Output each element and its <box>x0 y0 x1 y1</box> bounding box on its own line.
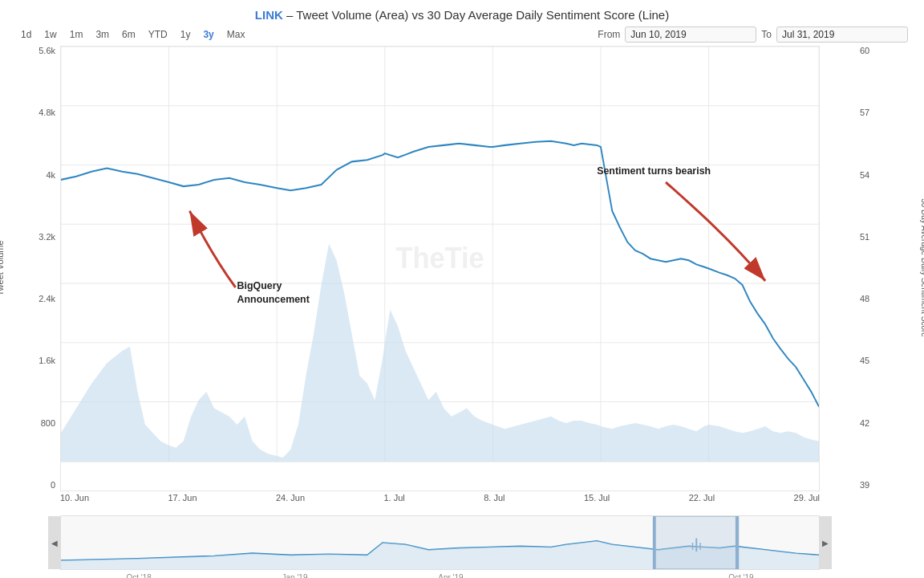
y-axis-left-title-container: Tweet Volume <box>0 46 12 490</box>
area-fill <box>61 244 819 462</box>
btn-ytd[interactable]: YTD <box>144 27 172 42</box>
chart-title: LINK – Tweet Volume (Area) vs 30 Day Ave… <box>16 8 908 22</box>
navigator-area: ◀ ▶ Oct '18 Jan '19 <box>60 515 820 570</box>
to-label: To <box>761 29 772 40</box>
from-label: From <box>598 29 620 40</box>
btn-1y[interactable]: 1y <box>176 27 196 42</box>
nav-scroll-right[interactable]: ▶ <box>819 516 832 569</box>
y-axis-right-title-container: 30 Day Average Daily Sentiment Score <box>912 46 924 490</box>
controls-row: 1d 1w 1m 3m 6m YTD 1y 3y Max From To <box>16 26 908 43</box>
nav-handle-right[interactable] <box>736 516 739 569</box>
to-date-input[interactable] <box>776 26 908 43</box>
nav-scroll-left[interactable]: ◀ <box>48 516 61 569</box>
x-axis-labels: 10. Jun 17. Jun 24. Jun 1. Jul 8. Jul 15… <box>60 493 820 503</box>
btn-1w[interactable]: 1w <box>39 27 61 42</box>
nav-handle-left[interactable] <box>653 516 656 569</box>
from-date-input[interactable] <box>625 26 756 43</box>
annotation-bearish-text: Sentiment turns bearish <box>597 164 711 177</box>
main-chart-wrapper: 5.6k 4.8k 4k 3.2k 2.4k 1.6k 800 0 Tweet … <box>60 46 820 514</box>
time-buttons: 1d 1w 1m 3m 6m YTD 1y 3y Max <box>16 27 249 42</box>
chart-container: 5.6k 4.8k 4k 3.2k 2.4k 1.6k 800 0 Tweet … <box>16 46 908 570</box>
btn-1d[interactable]: 1d <box>16 27 36 42</box>
main-chart-svg: TheTie Sentiment turns bearish BigQuery … <box>60 46 820 491</box>
navigator-svg <box>61 516 819 569</box>
nav-x-labels: Oct '18 Jan '19 Apr '19 x Oct '19 <box>61 573 819 578</box>
y-axis-right: 60 57 54 51 48 45 42 39 <box>860 46 892 490</box>
ticker-link[interactable]: LINK <box>255 8 283 22</box>
date-range: From To <box>598 26 908 43</box>
annotation-bigquery-text2: Announcement <box>237 293 310 306</box>
y-axis-right-title: 30 Day Average Daily Sentiment Score <box>920 198 925 337</box>
btn-3m[interactable]: 3m <box>91 27 114 42</box>
annotation-bigquery-arrow <box>189 211 235 287</box>
btn-3y[interactable]: 3y <box>198 27 218 42</box>
annotation-bearish-arrow <box>666 182 765 281</box>
y-axis-left-title: Tweet Volume <box>0 240 5 295</box>
annotation-bigquery-text1: BigQuery <box>237 279 283 292</box>
btn-max[interactable]: Max <box>222 27 250 42</box>
btn-6m[interactable]: 6m <box>117 27 140 42</box>
watermark-text: TheTie <box>395 242 484 275</box>
y-axis-left: 5.6k 4.8k 4k 3.2k 2.4k 1.6k 800 0 <box>20 46 55 490</box>
btn-1m[interactable]: 1m <box>65 27 88 42</box>
